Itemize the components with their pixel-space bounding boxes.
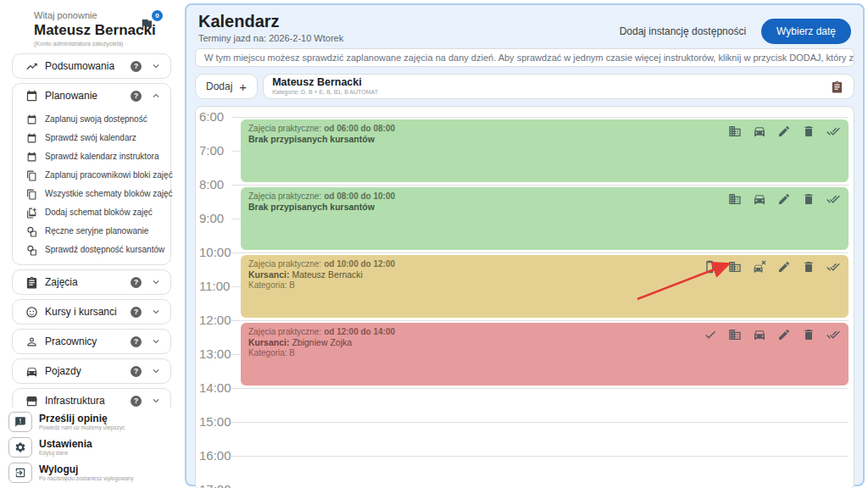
hour-label: 11:00 bbox=[199, 279, 230, 293]
event-0800-1000: Zajęcia praktyczne:od 08:00 do 10:00 Bra… bbox=[241, 187, 849, 250]
sidebar-header: Witaj ponownie Mateusz Bernacki (Konto a… bbox=[0, 0, 180, 47]
car-remove-icon[interactable] bbox=[753, 260, 766, 274]
section-header-zajecia[interactable]: Zajęcia ? bbox=[13, 270, 170, 294]
sidebar-item-zaplanuj-dostepnosc[interactable]: Zaplanuj swoją dostępność bbox=[26, 109, 165, 128]
help-icon[interactable]: ? bbox=[131, 277, 142, 288]
hour-label: 9:00 bbox=[199, 211, 224, 225]
sidebar-item-dodaj-schemat[interactable]: Dodaj schemat bloków zajęć bbox=[26, 202, 165, 221]
section-kursy: Kursy i kursanci ? bbox=[12, 299, 171, 324]
add-instructor-button[interactable]: Dodaj + bbox=[195, 74, 258, 99]
check-icon[interactable] bbox=[704, 328, 717, 341]
logout-button[interactable]: Wyloguj Po naciśnięciu zostaniesz wylogo… bbox=[8, 460, 173, 485]
sidebar-item-schematy-blokow[interactable]: Wszystkie schematy bloków zajęć bbox=[26, 184, 165, 202]
instructor-calendar-icon bbox=[26, 151, 37, 162]
help-icon[interactable]: ? bbox=[131, 396, 142, 407]
delete-icon[interactable] bbox=[802, 328, 815, 341]
instructor-categories: Kategorie: D, B + E, B, B1, B AUTOMAT bbox=[272, 89, 825, 95]
sidebar-footer: Prześlij opinię Powiedz nam co możemy ul… bbox=[8, 408, 173, 488]
sidebar-item-sprawdz-kalendarz[interactable]: Sprawdź swój kalendarz bbox=[26, 128, 165, 147]
notifications-button[interactable]: 0 bbox=[139, 14, 159, 34]
chevron-down-icon bbox=[150, 336, 162, 347]
sidebar-item-seryjne-planowanie[interactable]: Ręczne seryjne planowanie bbox=[26, 221, 165, 240]
chevron-down-icon bbox=[150, 365, 162, 377]
event-0600-0800: Zajęcia praktyczne:od 06:00 do 08:00 Bra… bbox=[241, 119, 849, 182]
hour-label: 8:00 bbox=[199, 177, 224, 191]
feedback-icon bbox=[8, 412, 32, 432]
building-icon[interactable] bbox=[728, 125, 742, 138]
choose-date-button[interactable]: Wybierz datę bbox=[761, 19, 851, 44]
smartphone-icon[interactable] bbox=[704, 260, 717, 274]
help-icon[interactable]: ? bbox=[131, 366, 142, 377]
clipboard-icon[interactable] bbox=[831, 80, 843, 93]
section-pracownicy: Pracownicy ? bbox=[12, 329, 171, 354]
clipboard-icon bbox=[25, 276, 38, 289]
instructor-name: Mateusz Bernacki bbox=[272, 77, 825, 88]
sidebar-item-bloki-zajec[interactable]: Zaplanuj pracownikowi bloki zajęć bbox=[26, 165, 165, 184]
hour-label: 10:00 bbox=[199, 245, 231, 259]
section-header-planowanie[interactable]: Planowanie ? bbox=[13, 84, 170, 108]
building-icon[interactable] bbox=[728, 328, 742, 341]
section-header-pracownicy[interactable]: Pracownicy ? bbox=[13, 330, 170, 353]
car-icon[interactable] bbox=[753, 192, 766, 206]
instructor-controls: Dodaj + Mateusz Bernacki Kategorie: D, B… bbox=[195, 74, 854, 99]
hour-label: 7:00 bbox=[199, 143, 224, 158]
hour-label: 15:00 bbox=[199, 414, 231, 429]
edit-icon[interactable] bbox=[777, 260, 791, 274]
calendar-panel: Kalendarz Terminy jazd na: 2026-2-10 Wto… bbox=[185, 3, 865, 486]
help-icon[interactable]: ? bbox=[131, 91, 142, 102]
section-pojazdy: Pojazdy ? bbox=[12, 358, 171, 384]
storefront-icon bbox=[25, 395, 38, 408]
delete-icon[interactable] bbox=[802, 125, 815, 138]
edit-icon[interactable] bbox=[777, 192, 791, 206]
sidebar-item-kalendarz-instruktora[interactable]: Sprawdź kalendarz instruktora bbox=[26, 147, 165, 165]
calendar-grid: 6:00 7:00 8:00 9:00 10:00 11:00 12:00 13… bbox=[195, 106, 854, 488]
settings-button[interactable]: Ustawienia Edytuj dane bbox=[8, 435, 173, 460]
section-label: Podsumowania bbox=[45, 60, 131, 72]
help-icon[interactable]: ? bbox=[131, 336, 142, 347]
edit-icon[interactable] bbox=[777, 125, 791, 138]
chevron-down-icon bbox=[150, 60, 162, 72]
feedback-button[interactable]: Prześlij opinię Powiedz nam co możemy ul… bbox=[8, 409, 173, 435]
availability-calendar-icon bbox=[26, 114, 37, 125]
section-header-podsumowania[interactable]: Podsumowania ? bbox=[13, 54, 170, 78]
instructor-chip: Mateusz Bernacki Kategorie: D, B + E, B,… bbox=[263, 74, 854, 99]
section-header-pojazdy[interactable]: Pojazdy ? bbox=[13, 359, 170, 383]
hour-label: 14:00 bbox=[199, 380, 231, 395]
building-icon[interactable] bbox=[728, 192, 742, 206]
delete-icon[interactable] bbox=[802, 192, 815, 206]
car-icon[interactable] bbox=[753, 125, 766, 138]
sidebar-sections: Podsumowania ? Planowanie ? Zaplanuj swo… bbox=[0, 47, 180, 443]
user-role: (Konto administratora założyciela) bbox=[34, 41, 180, 47]
hour-label: 6:00 bbox=[199, 109, 224, 124]
done-all-icon[interactable] bbox=[826, 328, 840, 341]
section-zajecia: Zajęcia ? bbox=[12, 269, 171, 295]
section-label: Planowanie bbox=[45, 90, 131, 102]
logout-icon bbox=[8, 463, 32, 483]
panel-header: Kalendarz Terminy jazd na: 2026-2-10 Wto… bbox=[186, 5, 863, 48]
calendar-icon bbox=[25, 90, 38, 103]
planowanie-items: Zaplanuj swoją dostępność Sprawdź swój k… bbox=[13, 108, 170, 264]
car-icon[interactable] bbox=[753, 328, 766, 341]
add-availability-instance-button[interactable]: Dodaj instancję dostępności bbox=[620, 25, 746, 37]
edit-icon[interactable] bbox=[777, 328, 791, 341]
delete-icon[interactable] bbox=[802, 260, 815, 274]
gear-icon bbox=[8, 437, 32, 458]
my-calendar-icon bbox=[26, 132, 37, 143]
app-page: Witaj ponownie Mateusz Bernacki (Konto a… bbox=[0, 0, 868, 488]
sidebar: Witaj ponownie Mateusz Bernacki (Konto a… bbox=[0, 0, 180, 488]
chevron-up-icon bbox=[150, 90, 162, 102]
hour-label: 17:00 bbox=[199, 482, 231, 488]
help-icon[interactable]: ? bbox=[131, 307, 142, 318]
chevron-down-icon bbox=[150, 276, 162, 288]
done-all-icon[interactable] bbox=[826, 260, 840, 274]
notification-badge: 0 bbox=[152, 10, 163, 21]
sidebar-item-dostepnosc-kursantow[interactable]: Sprawdź dostępność kursantów bbox=[26, 240, 165, 258]
section-header-kursy[interactable]: Kursy i kursanci ? bbox=[13, 300, 170, 324]
help-icon[interactable]: ? bbox=[131, 61, 142, 72]
done-all-icon[interactable] bbox=[826, 125, 840, 138]
manual-planning-icon bbox=[26, 225, 37, 236]
section-podsumowania: Podsumowania ? bbox=[12, 53, 171, 79]
done-all-icon[interactable] bbox=[826, 192, 840, 206]
face-icon bbox=[25, 306, 38, 319]
building-icon[interactable] bbox=[728, 260, 742, 274]
